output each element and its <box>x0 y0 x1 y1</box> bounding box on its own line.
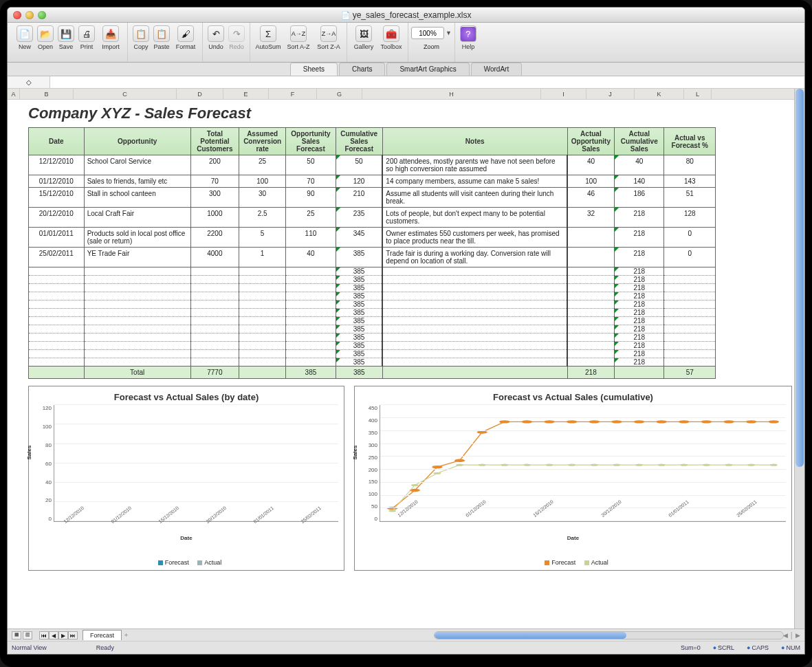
chart-line-cumulative[interactable]: Forecast vs Actual Sales (cumulative) Sa… <box>354 386 792 571</box>
table-row[interactable]: 01/01/2011Products sold in local post of… <box>29 228 716 248</box>
tab-charts[interactable]: Charts <box>339 63 385 76</box>
svg-point-2 <box>432 466 442 468</box>
toolbox-button[interactable]: 🧰Toolbox <box>377 25 405 50</box>
table-row[interactable]: 385218 <box>29 267 716 276</box>
table-row[interactable]: 385218 <box>29 325 716 334</box>
table-row[interactable]: 12/12/2010School Carol Service2002550502… <box>29 155 716 175</box>
table-row[interactable]: 385218 <box>29 342 716 350</box>
forecast-table[interactable]: DateOpportunityTotal Potential Customers… <box>28 127 716 379</box>
tab-wordart[interactable]: WordArt <box>471 63 523 76</box>
table-row[interactable]: 20/12/2010Local Craft Fair10002.525235Lo… <box>29 208 716 228</box>
svg-point-16 <box>746 420 756 423</box>
sort-za-button[interactable]: Z→ASort Z-A <box>314 25 344 50</box>
formula-bar: ◇ <box>8 76 804 89</box>
chart1-xlabels: 12/12/201001/12/201015/12/201020/12/2010… <box>54 522 338 532</box>
table-row[interactable]: 385218 <box>29 292 716 300</box>
zoom-label: Zoom <box>411 43 452 50</box>
svg-point-17 <box>769 420 779 423</box>
chart2-legend: Forecast Actual <box>360 559 786 566</box>
svg-point-34 <box>747 464 755 466</box>
save-button[interactable]: 💾Save <box>56 25 76 50</box>
chart1-ylabel: Sales <box>26 446 32 460</box>
svg-point-14 <box>701 420 712 423</box>
table-row[interactable]: 385218 <box>29 284 716 292</box>
print-button[interactable]: 🖨Print <box>76 25 97 50</box>
svg-point-5 <box>499 420 509 423</box>
format-button[interactable]: 🖌Format <box>172 25 199 50</box>
chart1-xlabel: Date <box>34 535 338 541</box>
chart2-ylabel: Sales <box>352 446 358 460</box>
view-icon-2[interactable]: ▥ <box>23 631 32 639</box>
svg-point-6 <box>522 420 532 423</box>
status-view[interactable]: Normal View <box>12 644 47 651</box>
bottom-bar: ▦ ▥ ⏮ ◀ ▶ ⏭ Forecast ＋ ◀ │ ▶ Normal View… <box>8 628 804 654</box>
svg-point-24 <box>523 464 531 466</box>
chart1-legend: Forecast Actual <box>34 559 338 566</box>
tab-sheets[interactable]: Sheets <box>290 63 338 76</box>
zoom-control[interactable]: ▼ <box>411 27 452 39</box>
titlebar: ye_sales_forecast_example.xlsx <box>8 8 804 23</box>
formula-input[interactable] <box>50 76 804 88</box>
svg-point-26 <box>568 464 575 466</box>
sheet-tab-forecast[interactable]: Forecast <box>83 630 122 640</box>
table-row[interactable]: 385218 <box>29 334 716 342</box>
minimize-icon[interactable] <box>25 11 34 19</box>
svg-point-20 <box>434 472 441 474</box>
table-row[interactable]: 385218 <box>29 309 716 317</box>
spreadsheet-area[interactable]: ABCDEFGHIJKL Company XYZ - Sales Forecas… <box>8 89 804 628</box>
status-num: ●NUM <box>781 644 800 651</box>
svg-point-10 <box>611 420 622 423</box>
zoom-icon[interactable] <box>38 11 46 19</box>
table-row[interactable]: 385218 <box>29 317 716 325</box>
redo-button[interactable]: ↷Redo <box>226 25 247 50</box>
ribbon-tabs: Sheets Charts SmartArt Graphics WordArt <box>8 63 804 76</box>
status-ready: Ready <box>96 644 114 651</box>
svg-point-9 <box>589 420 600 423</box>
svg-point-21 <box>456 464 463 466</box>
chart2-plot <box>380 405 786 522</box>
tab-nav-last[interactable]: ⏭ <box>68 631 78 639</box>
new-button[interactable]: 📄New <box>14 25 35 50</box>
svg-point-35 <box>770 464 778 466</box>
close-icon[interactable] <box>13 11 21 19</box>
chart1-yaxis: 120100806040200 <box>34 405 54 522</box>
svg-point-11 <box>634 420 644 423</box>
scroll-arrows[interactable]: ◀ │ ▶ <box>783 632 800 639</box>
autosum-button[interactable]: ΣAutoSum <box>253 25 283 50</box>
name-box[interactable]: ◇ <box>8 76 50 88</box>
table-row[interactable]: 385218 <box>29 358 716 367</box>
table-row[interactable]: 15/12/2010Stall in school canteen3003090… <box>29 188 716 208</box>
add-sheet-button[interactable]: ＋ <box>123 631 129 639</box>
sort-az-button[interactable]: A→ZSort A-Z <box>283 25 314 50</box>
view-icon[interactable]: ▦ <box>12 631 21 639</box>
table-row[interactable]: 385218 <box>29 276 716 284</box>
chart2-xlabels: 12/12/201001/12/201015/12/201020/12/2010… <box>380 522 786 532</box>
svg-point-8 <box>567 420 577 423</box>
chart-bar-forecast-vs-actual[interactable]: Forecast vs Actual Sales (by date) Sales… <box>28 386 344 571</box>
gallery-button[interactable]: 🖼Gallery <box>350 25 377 50</box>
tab-nav-first[interactable]: ⏮ <box>39 631 49 639</box>
help-button[interactable]: ?Help <box>458 25 479 50</box>
column-headers[interactable]: ABCDEFGHIJKL <box>8 89 804 100</box>
vertical-scrollbar[interactable] <box>794 89 804 628</box>
copy-button[interactable]: 📋Copy <box>131 25 151 50</box>
status-scrl: ●SCRL <box>713 644 734 651</box>
table-row[interactable]: 385218 <box>29 300 716 309</box>
tab-nav-next[interactable]: ▶ <box>58 631 68 639</box>
horizontal-scrollbar[interactable] <box>434 631 784 639</box>
table-row[interactable]: 01/12/2010Sales to friends, family etc70… <box>29 175 716 188</box>
tab-nav-prev[interactable]: ◀ <box>49 631 58 639</box>
undo-button[interactable]: ↶Undo <box>206 25 226 50</box>
paste-button[interactable]: 📋Paste <box>151 25 172 50</box>
open-button[interactable]: 📂Open <box>35 25 56 50</box>
svg-point-19 <box>411 484 419 486</box>
svg-point-33 <box>725 464 733 466</box>
import-button[interactable]: 📥Import <box>97 25 124 50</box>
tab-smartart[interactable]: SmartArt Graphics <box>386 63 469 76</box>
svg-point-18 <box>388 510 396 512</box>
table-row[interactable]: 385218 <box>29 350 716 358</box>
chart2-xlabel: Date <box>360 535 786 541</box>
zoom-input[interactable] <box>411 27 444 39</box>
page-title: Company XYZ - Sales Forecast <box>28 105 792 122</box>
table-row[interactable]: 25/02/2011YE Trade Fair4000140385Trade f… <box>29 248 716 267</box>
